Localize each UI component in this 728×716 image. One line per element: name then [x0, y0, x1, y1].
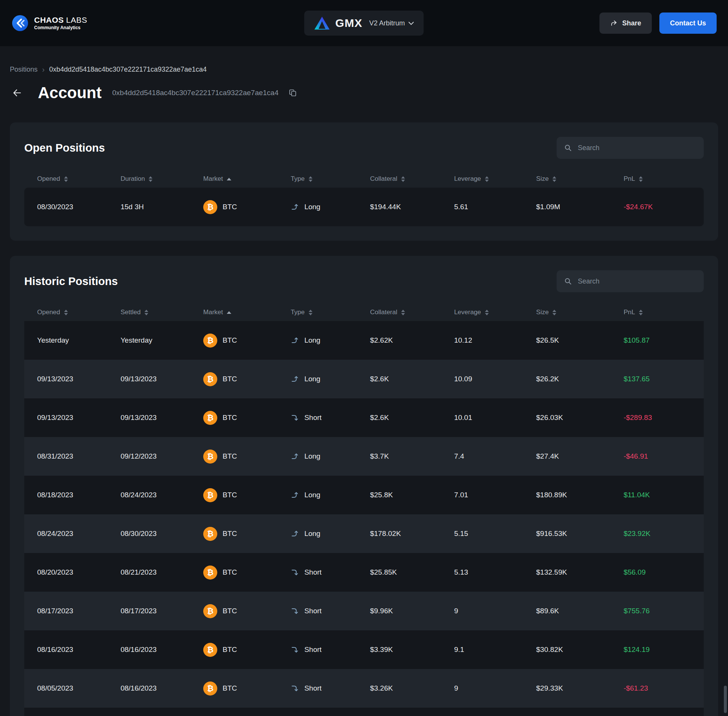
share-button[interactable]: Share — [599, 13, 652, 34]
scrollbar-thumb[interactable] — [724, 686, 727, 713]
column-header-market[interactable]: Market — [203, 309, 291, 316]
column-header-opened[interactable]: Opened — [37, 309, 121, 316]
type-label: Short — [304, 684, 322, 692]
search-input[interactable] — [577, 144, 696, 152]
settled-cell: 09/12/2023 — [121, 452, 203, 461]
column-header-collateral[interactable]: Collateral — [370, 175, 454, 183]
column-label: Settled — [121, 309, 141, 316]
collateral-cell: $3.39K — [370, 645, 454, 654]
column-header-leverage[interactable]: Leverage — [454, 309, 536, 316]
share-button-label: Share — [622, 19, 641, 27]
protocol-selector[interactable]: GMX V2 Arbitrum — [304, 11, 424, 36]
open-positions-header: Open Positions — [24, 137, 704, 159]
top-bar: CHAOSLABS Community Analytics GMX V2 Arb… — [0, 0, 728, 46]
type-cell: Long — [291, 452, 370, 461]
leverage-cell: 10.12 — [454, 336, 536, 345]
column-header-pnl[interactable]: PnL — [624, 309, 691, 316]
search-icon — [564, 144, 572, 152]
breadcrumb-positions-link[interactable]: Positions — [10, 66, 38, 74]
chevron-down-icon — [409, 22, 414, 25]
column-label: Leverage — [454, 309, 481, 316]
column-header-pnl[interactable]: PnL — [624, 175, 691, 183]
market-label: BTC — [223, 645, 237, 654]
leverage-cell: 5.13 — [454, 568, 536, 577]
settled-cell: 08/17/2023 — [121, 607, 203, 615]
column-header-settled[interactable]: Settled — [121, 309, 203, 316]
long-arrow-icon — [291, 203, 299, 211]
column-header-collateral[interactable]: Collateral — [370, 309, 454, 316]
arrow-left-icon — [12, 88, 22, 98]
type-label: Long — [304, 203, 320, 211]
settled-cell: Yesterday — [121, 336, 203, 345]
brand-name-light: LABS — [66, 16, 87, 24]
pnl-value: $11.04K — [624, 491, 691, 499]
historic-positions-search[interactable] — [557, 270, 704, 292]
column-header-duration[interactable]: Duration — [121, 175, 203, 183]
column-header-leverage[interactable]: Leverage — [454, 175, 536, 183]
open-positions-title: Open Positions — [24, 142, 105, 154]
sort-icon — [485, 176, 489, 182]
table-row[interactable]: 08/16/2023 08/16/2023 ₿ BTC Short — [24, 630, 704, 669]
column-header-type[interactable]: Type — [291, 175, 370, 183]
opened-cell: 08/16/2023 — [37, 645, 121, 654]
search-icon — [564, 277, 572, 285]
column-header-opened[interactable]: Opened — [37, 175, 121, 183]
btc-icon: ₿ — [203, 527, 217, 541]
market-cell: ₿ BTC — [203, 643, 291, 657]
open-positions-column-headers: Opened Duration Market Type Collateral L… — [24, 170, 704, 188]
search-input[interactable] — [577, 277, 696, 286]
table-row[interactable]: 08/30/2023 15d 3H ₿ BTC Long — [24, 188, 704, 226]
btc-icon: ₿ — [203, 450, 217, 464]
table-row[interactable]: 08/17/2023 08/17/2023 ₿ BTC Short — [24, 592, 704, 630]
column-header-market[interactable]: Market — [203, 175, 291, 183]
btc-icon: ₿ — [203, 411, 217, 425]
size-cell: $26.03K — [536, 414, 624, 422]
chaos-labs-brand[interactable]: CHAOSLABS Community Analytics — [11, 14, 87, 32]
account-title-row: Account 0xb4dd2d5418ac4bc307e222171ca932… — [10, 84, 718, 102]
collateral-cell: $2.6K — [370, 375, 454, 383]
market-label: BTC — [223, 491, 237, 499]
table-row[interactable]: 09/13/2023 09/13/2023 ₿ BTC Short — [24, 398, 704, 437]
column-header-size[interactable]: Size — [536, 175, 624, 183]
market-cell: ₿ BTC — [203, 411, 291, 425]
opened-cell: 08/30/2023 — [37, 203, 121, 211]
table-row[interactable]: 08/05/2023 08/16/2023 ₿ BTC Short — [24, 669, 704, 708]
leverage-cell: 7.01 — [454, 491, 536, 499]
chaos-labs-logo-icon — [11, 14, 29, 32]
type-cell: Short — [291, 645, 370, 654]
table-row[interactable]: 08/31/2023 09/12/2023 ₿ BTC Long — [24, 437, 704, 476]
column-header-type[interactable]: Type — [291, 309, 370, 316]
opened-cell: 09/13/2023 — [37, 375, 121, 383]
sort-icon — [552, 176, 556, 182]
type-cell: Short — [291, 684, 370, 692]
contact-us-button[interactable]: Contact Us — [659, 13, 717, 34]
open-positions-search[interactable] — [557, 137, 704, 159]
table-row[interactable]: 08/18/2023 08/24/2023 ₿ BTC Long — [24, 476, 704, 514]
opened-cell: 08/18/2023 — [37, 491, 121, 499]
size-cell: $26.5K — [536, 336, 624, 345]
sort-icon — [64, 176, 68, 182]
breadcrumb-current-address: 0xb4dd2d5418ac4bc307e222171ca9322ae7ae1c… — [49, 66, 207, 74]
short-arrow-icon — [291, 568, 299, 577]
copy-address-button[interactable] — [287, 87, 299, 99]
settled-cell: 08/16/2023 — [121, 645, 203, 654]
size-cell: $26.2K — [536, 375, 624, 383]
column-header-size[interactable]: Size — [536, 309, 624, 316]
collateral-cell: $194.44K — [370, 203, 454, 211]
table-row[interactable]: Yesterday Yesterday ₿ BTC Long — [24, 321, 704, 360]
market-cell: ₿ BTC — [203, 527, 291, 541]
btc-icon: ₿ — [203, 200, 217, 214]
sort-icon — [144, 310, 148, 315]
table-row[interactable]: 08/20/2023 08/21/2023 ₿ BTC Short — [24, 553, 704, 592]
back-button[interactable] — [10, 86, 24, 100]
table-row[interactable]: 08/24/2023 08/30/2023 ₿ BTC Long — [24, 514, 704, 553]
duration-cell: 15d 3H — [121, 203, 203, 211]
historic-positions-header: Historic Positions — [24, 270, 704, 292]
leverage-cell: 5.61 — [454, 203, 536, 211]
table-row[interactable]: 09/13/2023 09/13/2023 ₿ BTC Long — [24, 360, 704, 398]
short-arrow-icon — [291, 414, 299, 422]
settled-cell: 08/30/2023 — [121, 530, 203, 538]
column-label: Market — [203, 309, 223, 316]
sort-icon — [64, 310, 68, 315]
btc-icon: ₿ — [203, 372, 217, 386]
